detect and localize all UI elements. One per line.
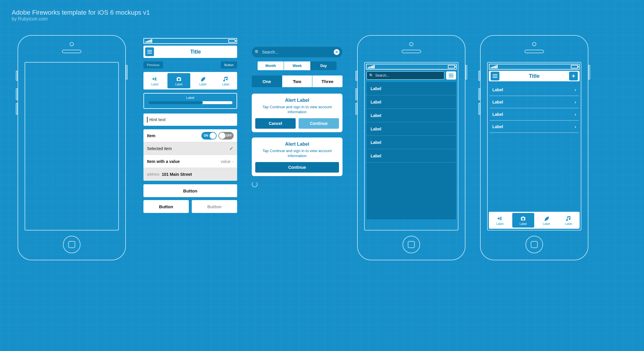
status-bar — [366, 64, 457, 70]
megaphone-icon — [497, 215, 503, 222]
list-item[interactable]: Label — [366, 95, 456, 109]
tab-label: Label — [222, 83, 229, 86]
home-button-icon — [63, 236, 80, 253]
chevron-right-icon: › — [232, 159, 234, 164]
tab-leaf[interactable]: Label — [191, 72, 214, 90]
list-item[interactable]: Label› — [489, 108, 579, 121]
tab-bar: Label Label Label Label — [489, 212, 580, 229]
tab-camera[interactable]: Label — [512, 213, 535, 228]
alert-one-button: Alert Label Tap Continue and sign in to … — [252, 137, 342, 176]
toggle-off[interactable]: OFF — [218, 132, 234, 140]
continue-button[interactable]: Continue — [255, 162, 339, 173]
menu-icon[interactable] — [491, 72, 499, 80]
megaphone-icon — [152, 76, 158, 82]
tab-music[interactable]: Label — [558, 212, 580, 229]
tab-megaphone[interactable]: Label — [143, 72, 166, 90]
navigation-bar: Title + — [489, 71, 580, 81]
tab-label: Label — [543, 222, 550, 226]
phone-frame-list: Title + Label› Label› Label› Label› Labe… — [480, 35, 588, 260]
sidebar-list: Label Label Label Label Label Label — [366, 82, 456, 219]
seg-two[interactable]: Two — [282, 75, 313, 87]
seg-month[interactable]: Month — [258, 61, 284, 70]
list-item[interactable]: Label — [366, 82, 456, 95]
tab-label: Label — [175, 83, 182, 86]
camera-icon — [520, 215, 526, 222]
list-row-value[interactable]: Item with a value value › — [143, 155, 237, 168]
previous-button[interactable]: Previous — [143, 61, 163, 68]
list-item[interactable]: Label› — [489, 96, 579, 108]
page-subtitle: by Rubyicon.com — [12, 16, 150, 22]
battery-icon — [228, 39, 235, 43]
row-label: Item with a value — [147, 159, 180, 164]
list-row-selected[interactable]: Selected item ✓ — [143, 142, 237, 155]
chevron-right-icon: › — [575, 124, 576, 129]
alert-title: Alert Label — [255, 98, 339, 103]
text-field[interactable]: Hint text — [143, 113, 237, 126]
list-item[interactable]: Label — [366, 136, 456, 149]
list-item[interactable]: Label — [366, 109, 456, 122]
navbar-title: Title — [501, 73, 567, 79]
row-label: Selected item — [147, 146, 172, 151]
nav-button[interactable]: Button — [221, 61, 237, 68]
tab-label: Label — [199, 83, 206, 86]
chevron-right-icon: › — [575, 100, 576, 104]
navbar-title: Title — [156, 49, 235, 55]
seg-three[interactable]: Three — [312, 75, 342, 87]
list-item[interactable]: Label› — [489, 121, 579, 133]
signal-icon — [368, 65, 375, 68]
status-bar — [489, 64, 580, 70]
tab-label: Label — [565, 222, 572, 226]
continue-button[interactable]: Continue — [299, 118, 339, 129]
alert-body: Tap Continue and sign in to view account… — [255, 149, 339, 159]
main-list: Label› Label› Label› Label› — [489, 84, 579, 133]
home-button-icon — [402, 236, 420, 253]
leaf-icon — [200, 76, 206, 82]
row-label: Item — [147, 133, 155, 138]
list-item[interactable]: Label› — [489, 84, 579, 96]
search-bar[interactable]: 🔍 ✕ — [252, 47, 342, 57]
menu-icon[interactable] — [145, 47, 154, 56]
seg-one[interactable]: One — [252, 75, 282, 87]
list-item[interactable]: Label — [366, 149, 456, 163]
tab-megaphone[interactable]: Label — [489, 212, 511, 229]
toggle-on[interactable]: ON — [201, 132, 217, 140]
list-item[interactable]: Label — [366, 122, 456, 136]
phone-frame-empty — [18, 35, 126, 260]
segmented-control-small: Month Week Day — [258, 61, 337, 70]
progress-label: Label — [186, 96, 194, 99]
page-title: Adobe Fireworks template for iOS 6 mocku… — [12, 9, 150, 16]
button-primary[interactable]: Button — [143, 184, 237, 197]
status-bar — [143, 38, 237, 44]
phone-frame-sidebar: 🔍 Search... Label Label Label Label Labe… — [357, 35, 465, 260]
add-button[interactable]: + — [569, 72, 578, 80]
alert-two-buttons: Alert Label Tap Continue and sign in to … — [252, 94, 342, 132]
search-icon: 🔍 — [369, 73, 374, 78]
tab-camera[interactable]: Label — [167, 73, 190, 88]
settings-list: Item ON OFF Selected item ✓ Item with a … — [143, 129, 237, 181]
alert-body: Tap Continue and sign in to view account… — [255, 105, 339, 115]
list-row-address[interactable]: address 101 Main Street — [143, 168, 237, 181]
chevron-right-icon: › — [575, 112, 576, 117]
leaf-icon — [543, 215, 550, 222]
button-left[interactable]: Button — [143, 200, 189, 213]
menu-icon[interactable] — [446, 71, 456, 80]
signal-icon — [145, 39, 152, 43]
row-value: 101 Main Street — [162, 172, 192, 177]
clear-icon[interactable]: ✕ — [334, 49, 340, 55]
tab-music[interactable]: Label — [214, 72, 237, 90]
row-key: address — [147, 172, 160, 176]
home-button-icon — [525, 236, 543, 253]
search-input[interactable] — [262, 50, 331, 54]
music-icon — [565, 215, 572, 222]
seg-week[interactable]: Week — [284, 61, 310, 70]
search-bar[interactable]: 🔍 Search... — [366, 71, 444, 80]
signal-icon — [491, 65, 498, 68]
checkmark-icon: ✓ — [229, 145, 234, 152]
seg-day[interactable]: Day — [311, 61, 337, 70]
tab-leaf[interactable]: Label — [535, 212, 558, 229]
tab-label: Label — [496, 222, 503, 226]
segmented-control-large: One Two Three — [252, 75, 342, 87]
cancel-button[interactable]: Cancel — [255, 118, 296, 129]
button-right-disabled[interactable]: Button — [192, 200, 237, 213]
chevron-right-icon: › — [575, 87, 576, 92]
